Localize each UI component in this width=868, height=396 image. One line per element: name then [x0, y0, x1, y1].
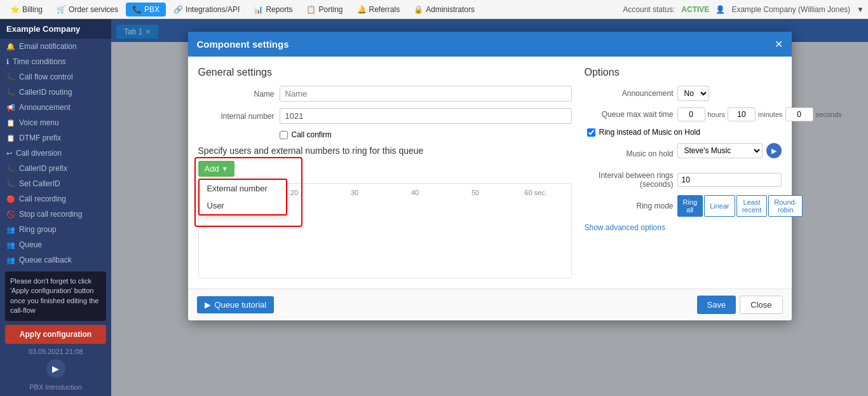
order-icon: 🛒 [57, 5, 66, 14]
call-confirm-row: Call confirm [280, 130, 572, 139]
internal-number-label: Internal number [198, 112, 275, 121]
user-info-icon: 👤 [715, 5, 725, 14]
music-on-hold-row: Music on hold Steve's Music ▶ [585, 143, 782, 165]
save-button[interactable]: Save [697, 296, 736, 314]
ring-all-button[interactable]: Ring all [677, 195, 703, 217]
announcement-icon: 📢 [6, 104, 15, 112]
queue-callback-icon: 👥 [6, 256, 15, 264]
music-play-button[interactable]: ▶ [766, 143, 782, 158]
internal-number-input[interactable] [280, 108, 572, 124]
dtmf-icon: 📋 [6, 134, 15, 142]
top-nav: ⭐ Billing 🛒 Order services 📞 PBX 🔗 Integ… [0, 0, 868, 19]
music-on-hold-select[interactable]: Steve's Music [677, 143, 763, 158]
modal-backdrop[interactable]: Component settings ✕ General settings Na… [111, 19, 868, 396]
dropdown-item-user[interactable]: User [200, 197, 286, 214]
account-status-label: Account status: [623, 5, 675, 14]
queue-icon: 👥 [6, 241, 15, 249]
footer-actions: Save Close [697, 296, 783, 314]
least-recent-button[interactable]: Least recent [736, 195, 768, 217]
linear-button[interactable]: Linear [704, 195, 735, 217]
sidebar-item-queue-callback[interactable]: 👥 Queue callback [0, 252, 111, 268]
account-status-value: ACTIVE [681, 5, 709, 14]
referrals-icon: 🔔 [357, 5, 367, 14]
tutorial-play-icon: ▶ [205, 300, 211, 310]
porting-icon: 📋 [306, 5, 316, 14]
callerid-routing-icon: 📞 [6, 88, 15, 97]
sidebar-item-announcement[interactable]: 📢 Announcement [0, 100, 111, 115]
sidebar-item-time-conditions[interactable]: ℹ Time conditions [0, 54, 111, 69]
nav-order-services[interactable]: 🛒 Order services [50, 3, 125, 17]
play-pbx-intro-button[interactable]: ▶ [46, 359, 65, 378]
queue-tutorial-button[interactable]: ▶ Queue tutorial [197, 296, 275, 313]
announcement-row: Announcement No [585, 86, 782, 101]
nav-reports[interactable]: 📊 Reports [247, 3, 299, 17]
apply-config-hint: Please don't forget to click 'Apply conf… [5, 271, 106, 321]
announcement-select[interactable]: No [677, 86, 709, 101]
call-confirm-checkbox[interactable] [280, 131, 288, 139]
right-panel: Options Announcement No Queue max wait t… [585, 67, 782, 278]
admin-icon: 🔒 [414, 5, 423, 14]
diversion-icon: ↩ [6, 149, 12, 158]
component-settings-modal: Component settings ✕ General settings Na… [188, 32, 792, 320]
sidebar-item-set-callerid[interactable]: 📞 Set CallerID [0, 176, 111, 191]
sidebar-item-call-flow-control[interactable]: 📞 Call flow control [0, 69, 111, 85]
internal-number-row: Internal number [198, 108, 572, 124]
nav-administrators[interactable]: 🔒 Administrators [407, 3, 481, 17]
ring-instead-label: Ring instead of Music on Hold [599, 128, 700, 137]
sidebar-item-call-diversion[interactable]: ↩ Call diversion [0, 146, 111, 161]
main-content: Tab 1 ✕ Component settings ✕ General set… [111, 19, 868, 396]
modal-title: Component settings [197, 39, 289, 50]
sidebar-item-dtmf-prefix[interactable]: 📋 DTMF prefix [0, 130, 111, 146]
name-input[interactable] [280, 86, 572, 102]
reports-icon: 📊 [254, 5, 263, 14]
nav-billing[interactable]: ⭐ Billing [4, 3, 49, 17]
add-caret-icon: ▼ [222, 165, 228, 172]
integrations-icon: 🔗 [173, 5, 183, 14]
apply-configuration-button[interactable]: Apply configuration [5, 325, 106, 344]
user-dropdown-icon[interactable]: ▼ [857, 5, 864, 14]
show-advanced-options[interactable]: Show advanced options [585, 223, 782, 232]
minutes-input[interactable] [728, 107, 756, 121]
music-row: Steve's Music ▶ [677, 143, 782, 158]
options-title: Options [585, 67, 782, 78]
sidebar-item-voice-menu[interactable]: 📋 Voice menu [0, 115, 111, 130]
apply-config-date: 03.09.2021 21:08 [0, 346, 111, 357]
modal-header: Component settings ✕ [188, 32, 792, 57]
dropdown-item-external-number[interactable]: External number [200, 180, 286, 197]
nav-pbx[interactable]: 📞 PBX [126, 3, 166, 17]
sidebar-item-callerid-prefix[interactable]: 📞 CallerID prefix [0, 161, 111, 176]
ring-group-icon: 👥 [6, 226, 15, 234]
announcement-label: Announcement [585, 89, 674, 98]
nav-porting[interactable]: 📋 Porting [300, 3, 349, 17]
add-button[interactable]: Add ▼ [198, 161, 234, 177]
sidebar-item-ring-group[interactable]: 👥 Ring group [0, 222, 111, 237]
seconds-label: seconds [816, 111, 842, 118]
modal-close-button[interactable]: ✕ [775, 38, 783, 50]
ring-instead-checkbox[interactable] [587, 128, 595, 137]
account-area: Account status: ACTIVE 👤 Example Company… [623, 5, 864, 14]
voice-menu-icon: 📋 [6, 119, 15, 127]
seconds-input[interactable] [785, 107, 813, 121]
tick-30: 30 [325, 189, 385, 196]
general-settings-title: General settings [198, 67, 572, 78]
name-row: Name [198, 86, 572, 102]
billing-icon: ⭐ [10, 5, 20, 14]
main-layout: Example Company 🔔 Email notification ℹ T… [0, 19, 868, 396]
call-confirm-label: Call confirm [292, 130, 332, 139]
ring-mode-buttons: Ring all Linear Least recent Round-robin [677, 195, 803, 217]
nav-referrals[interactable]: 🔔 Referrals [351, 3, 407, 17]
interval-input[interactable] [677, 173, 782, 187]
sidebar-item-call-recording[interactable]: 🔴 Call recording [0, 191, 111, 207]
interval-row: Interval between rings(seconds) [585, 171, 782, 189]
add-dropdown-wrapper: Add ▼ External number User [198, 161, 234, 177]
sidebar-item-stop-call-recording[interactable]: 🚫 Stop call recording [0, 207, 111, 222]
sidebar-item-callerid-routing[interactable]: 📞 CallerID routing [0, 85, 111, 100]
round-robin-button[interactable]: Round-robin [768, 195, 803, 217]
sidebar-item-queue[interactable]: 👥 Queue [0, 237, 111, 252]
nav-integrations[interactable]: 🔗 Integrations/API [167, 3, 246, 17]
hours-input[interactable] [677, 107, 705, 121]
close-button[interactable]: Close [740, 296, 782, 314]
sidebar-item-email-notification[interactable]: 🔔 Email notification [0, 39, 111, 54]
tick-60: 60 sec. [506, 189, 566, 196]
stop-recording-icon: 🚫 [6, 210, 15, 219]
